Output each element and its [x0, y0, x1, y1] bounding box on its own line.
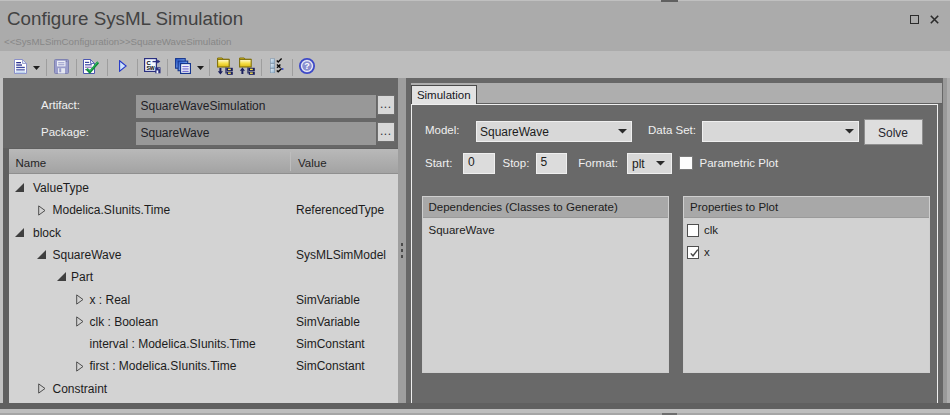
svg-text:?: ?	[304, 61, 310, 71]
svg-text:SW: SW	[146, 65, 154, 71]
